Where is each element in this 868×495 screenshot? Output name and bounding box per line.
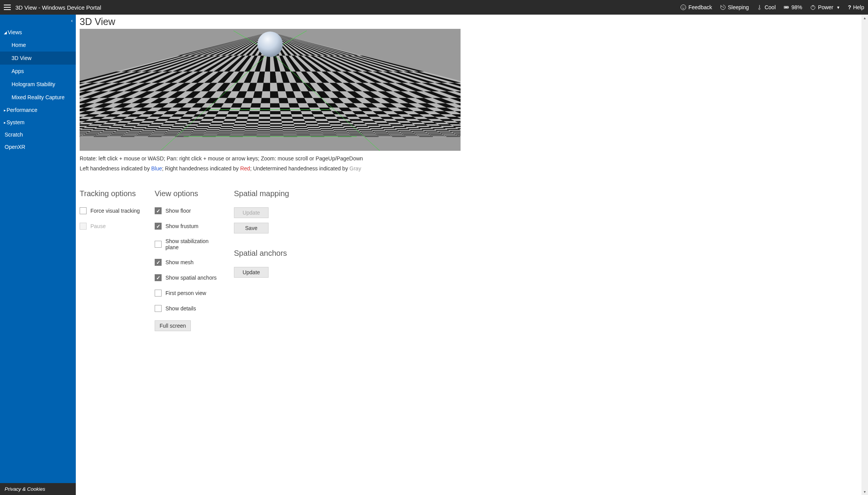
svg-marker-919 — [437, 131, 451, 132]
svg-marker-1020 — [441, 133, 455, 134]
svg-rect-4 — [788, 7, 789, 8]
svg-marker-1144 — [391, 135, 405, 136]
show-details-checkbox[interactable]: Show details — [155, 305, 222, 312]
svg-marker-816 — [420, 128, 434, 129]
first-person-view-checkbox[interactable]: First person view — [155, 290, 222, 297]
sidebar-item-apps[interactable]: Apps — [0, 65, 76, 78]
svg-marker-972 — [244, 132, 257, 133]
svg-marker-1046 — [362, 134, 376, 135]
svg-marker-1166 — [257, 136, 270, 136]
pause-checkbox[interactable]: Pause — [80, 223, 143, 230]
svg-marker-782 — [430, 127, 444, 128]
svg-marker-464 — [249, 111, 260, 114]
sleeping-label: Sleeping — [728, 4, 749, 10]
nav-group-views[interactable]: ◢Views — [0, 26, 76, 38]
svg-marker-1156 — [121, 136, 135, 136]
force-visual-tracking-checkbox[interactable]: Force visual tracking — [80, 207, 143, 214]
svg-marker-1059 — [110, 134, 124, 135]
svg-marker-1208 — [392, 137, 406, 137]
svg-marker-376 — [250, 103, 261, 107]
svg-marker-1021 — [454, 133, 461, 134]
svg-marker-1083 — [429, 134, 444, 135]
svg-marker-983 — [387, 132, 401, 133]
svg-marker-1029 — [137, 134, 151, 135]
svg-marker-791 — [107, 128, 121, 129]
svg-marker-762 — [183, 127, 196, 128]
svg-marker-962 — [113, 132, 127, 133]
svg-marker-722 — [135, 126, 149, 127]
full-screen-button[interactable]: Full screen — [155, 320, 191, 331]
svg-marker-857 — [80, 130, 92, 131]
svg-marker-1011 — [322, 133, 336, 134]
svg-marker-667 — [341, 123, 354, 124]
svg-marker-551 — [314, 117, 326, 119]
show-floor-checkbox[interactable]: Show floor — [155, 207, 222, 214]
svg-marker-977 — [309, 132, 323, 133]
spatial-mapping-save-button[interactable]: Save — [234, 223, 269, 233]
svg-marker-331 — [279, 98, 289, 103]
svg-marker-1033 — [190, 134, 204, 135]
svg-marker-885 — [436, 130, 450, 131]
sidebar-item-scratch[interactable]: Scratch — [0, 128, 76, 141]
show-stabilization-plane-checkbox[interactable]: Show stabilization plane — [155, 238, 222, 250]
sidebar-item-3dview[interactable]: 3D View — [0, 52, 76, 65]
sidebar-item-openxr[interactable]: OpenXR — [0, 141, 76, 153]
svg-marker-546 — [259, 117, 270, 119]
svg-marker-927 — [101, 132, 115, 133]
svg-marker-663 — [294, 123, 306, 124]
svg-marker-709 — [414, 124, 428, 126]
svg-marker-1026 — [98, 134, 112, 135]
svg-marker-809 — [332, 128, 346, 129]
svg-marker-592 — [338, 119, 351, 121]
menu-icon[interactable] — [4, 5, 11, 10]
svg-marker-1174 — [364, 136, 378, 136]
feedback-button[interactable]: Feedback — [680, 4, 712, 10]
svg-marker-873 — [283, 130, 296, 131]
svg-marker-1121 — [82, 135, 96, 136]
svg-marker-718 — [85, 126, 100, 127]
svg-marker-982 — [374, 132, 388, 133]
sleep-status[interactable]: Sleeping — [720, 4, 749, 10]
controls-hint: Rotate: left click + mouse or WASD; Pan:… — [80, 155, 864, 162]
show-frustum-checkbox[interactable]: Show frustum — [155, 223, 222, 230]
svg-marker-698 — [282, 124, 294, 126]
help-button[interactable]: ? Help — [848, 4, 864, 10]
svg-marker-1124 — [122, 135, 136, 136]
power-button[interactable]: Power ▼ — [810, 4, 840, 10]
scroll-down-icon[interactable]: ▾ — [861, 488, 868, 495]
main-content: 3D View — [76, 15, 868, 495]
sidebar-item-mixed-reality-capture[interactable]: Mixed Reality Capture — [0, 91, 76, 104]
svg-marker-629 — [328, 121, 341, 123]
battery-status[interactable]: 98% — [783, 4, 802, 10]
svg-marker-863 — [155, 130, 169, 131]
svg-marker-781 — [418, 127, 432, 128]
svg-marker-586 — [270, 119, 282, 121]
temp-status[interactable]: Cool — [756, 4, 776, 10]
question-icon: ? — [848, 4, 851, 10]
spatial-anchors-update-button[interactable]: Update — [234, 267, 269, 278]
svg-marker-1146 — [417, 135, 432, 136]
nav-group-system[interactable]: ▸System — [0, 116, 76, 128]
show-mesh-checkbox[interactable]: Show mesh — [155, 259, 222, 266]
spatial-mapping-update-button[interactable]: Update — [234, 207, 269, 218]
collapse-sidebar-button[interactable]: ‹ — [71, 18, 73, 23]
nav-group-performance[interactable]: ▸Performance — [0, 104, 76, 116]
sidebar-item-hologram-stability[interactable]: Hologram Stability — [0, 78, 76, 91]
privacy-cookies-link[interactable]: Privacy & Cookies — [0, 483, 76, 495]
svg-marker-1164 — [230, 136, 243, 136]
scrollbar[interactable]: ▴ ▾ — [861, 15, 868, 495]
svg-marker-218 — [262, 83, 270, 91]
svg-marker-864 — [167, 130, 181, 131]
svg-marker-971 — [231, 132, 244, 133]
svg-marker-631 — [351, 121, 364, 123]
svg-marker-849 — [409, 129, 423, 130]
svg-marker-688 — [161, 124, 174, 126]
scroll-up-icon[interactable]: ▴ — [861, 15, 868, 21]
svg-marker-877 — [334, 130, 347, 131]
svg-marker-544 — [236, 117, 248, 119]
sidebar-item-home[interactable]: Home — [0, 38, 76, 52]
3d-viewport[interactable] — [80, 29, 461, 151]
svg-marker-938 — [244, 132, 257, 133]
svg-marker-825 — [105, 129, 119, 130]
show-spatial-anchors-checkbox[interactable]: Show spatial anchors — [155, 274, 222, 281]
